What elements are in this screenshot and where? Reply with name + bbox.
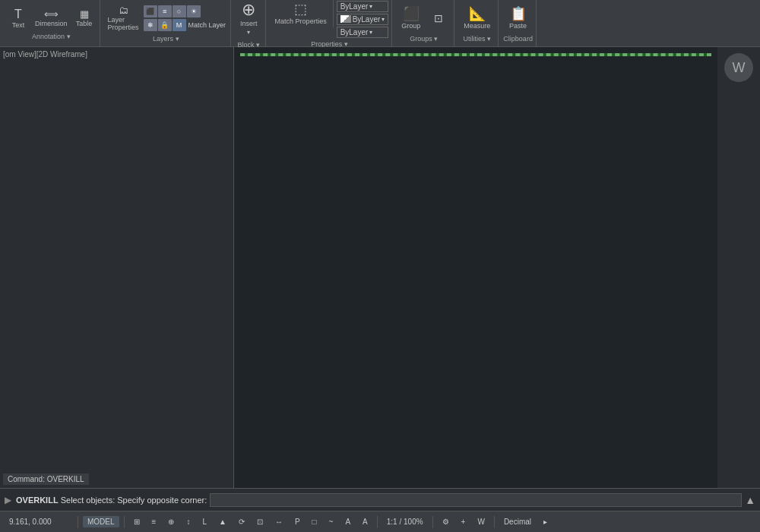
group-extra-icon: ⊡ <box>434 12 443 24</box>
layer-color-icon-1[interactable]: ⬛ <box>144 5 157 17</box>
model-button[interactable]: MODEL <box>83 516 119 527</box>
text-icon: T <box>14 8 22 21</box>
annotation-label: Annotation ▾ <box>32 33 71 40</box>
layer-color-icon-3[interactable]: ○ <box>173 5 186 17</box>
tp-button[interactable]: P <box>290 516 305 527</box>
groups-section: ⬛ Group ⊡ Groups ▾ <box>394 0 454 46</box>
coordinates-display: 9.161, 0.000 <box>5 516 73 527</box>
units-button[interactable]: Decimal <box>499 516 536 527</box>
layer-properties-button[interactable]: 🗂 LayerProperties <box>105 4 142 33</box>
cad-viewport[interactable]: Y Z X <box>240 53 711 56</box>
grid-button[interactable]: ⊞ <box>129 516 144 527</box>
layer-color-icon-2[interactable]: ≡ <box>158 5 172 17</box>
toolbar: T Text ⟺ Dimension ▦ Table Annotation ▾ … <box>0 0 760 47</box>
match-layer-button[interactable]: Match Layer <box>187 21 228 29</box>
annotation-section: T Text ⟺ Dimension ▦ Table Annotation ▾ <box>3 0 100 46</box>
match-properties-label: Match Properties <box>275 17 327 25</box>
table-button[interactable]: ▦ Table <box>72 8 97 29</box>
bylayer-dropdown-3[interactable]: ByLayer ▾ <box>337 27 389 38</box>
status-sep-2 <box>124 516 125 528</box>
status-sep-3 <box>377 516 378 528</box>
command-input[interactable] <box>210 493 742 507</box>
status-bar: 9.161, 0.000 MODEL ⊞ ≡ ⊕ ↕ L ▲ ⟳ ⊡ ↔ P □… <box>0 511 760 532</box>
dimension-icon: ⟺ <box>44 9 59 19</box>
bylayer-label-2: ByLayer <box>353 15 381 24</box>
match-properties-icon: ⬚ <box>294 2 307 16</box>
properties-section: ⬚ Match Properties ByLayer ▾ ByLayer ▾ B… <box>268 0 393 46</box>
command-text: OVERKILL Select objects: Specify opposit… <box>16 496 207 505</box>
layer-freeze-icon[interactable]: ❄ <box>144 19 157 31</box>
layers-section: 🗂 LayerProperties ⬛ ≡ ○ ☀ ❄ 🔒 M Match La… <box>102 0 232 46</box>
snap-button[interactable]: ≡ <box>147 516 161 527</box>
clipboard-label: Clipboard <box>503 35 533 43</box>
command-line: ▶ OVERKILL Select objects: Specify oppos… <box>0 488 760 511</box>
workspace-button[interactable]: W <box>473 516 489 527</box>
bylayer-label-3: ByLayer <box>340 28 369 36</box>
utilities-label: Utilities ▾ <box>464 35 492 43</box>
overkill-label: OVERKILL <box>16 496 59 505</box>
expand-icon[interactable]: ▶ <box>5 495 11 505</box>
bylayer-arrow-1: ▾ <box>369 3 372 10</box>
otrack-button[interactable]: ▲ <box>214 516 231 527</box>
color-swatch <box>340 15 351 23</box>
view-cube-button[interactable]: W <box>724 53 753 82</box>
groups-label: Groups ▾ <box>410 35 438 43</box>
scale-display[interactable]: 1:1 / 100% <box>382 516 428 527</box>
bylayer-dropdown-1[interactable]: ByLayer ▾ <box>337 1 389 12</box>
status-sep-4 <box>432 516 433 528</box>
paste-button[interactable]: 📋 Paste <box>505 4 531 33</box>
layers-label: Layers ▾ <box>153 35 179 43</box>
measure-icon: 📐 <box>469 7 486 21</box>
cmd-expand-btn[interactable]: ▲ <box>745 494 755 506</box>
insert-section: ⊕ Insert ▾ Block ▾ <box>233 0 266 46</box>
ortho-button[interactable]: ⊕ <box>163 516 179 527</box>
command-status: Command: OVERKILL <box>3 473 89 485</box>
insert-icon: ⊕ <box>242 2 255 18</box>
paste-icon: 📋 <box>510 7 527 21</box>
status-sep-1 <box>78 516 78 528</box>
viewport-container: Y Z X <box>234 47 717 488</box>
bylayer-arrow-3: ▾ <box>369 29 372 36</box>
prompt-text: Select objects: Specify opposite corner: <box>61 496 207 505</box>
layer-color-icon-4[interactable]: ☀ <box>187 5 201 17</box>
layer-lock-icon[interactable]: 🔒 <box>158 19 172 31</box>
sel-cycle-button[interactable]: □ <box>308 516 321 527</box>
clipboard-section: 📋 Paste Clipboard <box>500 0 537 46</box>
layer-properties-icon: 🗂 <box>119 5 128 15</box>
measure-button[interactable]: 📐 Measure <box>459 4 495 33</box>
right-panel: W <box>717 47 760 488</box>
text-button[interactable]: T Text <box>6 7 30 30</box>
insert-button[interactable]: ⊕ Insert ▾ <box>236 0 262 39</box>
measure-section: 📐 Measure Utilities ▾ <box>456 0 499 46</box>
match-properties-button[interactable]: ⬚ Match Properties <box>271 0 334 28</box>
command-status-text: Command: OVERKILL <box>8 475 84 483</box>
dimension-button[interactable]: ⟺ Dimension <box>32 8 71 29</box>
bylayer-label-1: ByLayer <box>340 2 369 11</box>
ann-b-button[interactable]: A <box>358 516 372 527</box>
properties-label: Properties ▾ <box>311 40 348 48</box>
status-more-button[interactable]: ▸ <box>539 516 552 527</box>
lw-button[interactable]: ↔ <box>271 516 287 527</box>
isnap-button[interactable]: L <box>198 516 211 527</box>
left-panel: [om View][2D Wireframe] Command: OVERKIL… <box>0 47 234 488</box>
match-layer-icon[interactable]: M <box>173 19 186 31</box>
group-button[interactable]: ⬛ Group <box>397 4 425 33</box>
table-icon: ▦ <box>80 9 89 19</box>
dyn-button[interactable]: ⊡ <box>252 516 268 527</box>
group-icon: ⬛ <box>403 7 420 21</box>
main-area: [om View][2D Wireframe] Command: OVERKIL… <box>0 47 760 488</box>
status-sep-5 <box>494 516 495 528</box>
3dosnap-button[interactable]: ~ <box>325 516 338 527</box>
dynucs-button[interactable]: ⟳ <box>234 516 249 527</box>
polar-button[interactable]: ↕ <box>182 516 195 527</box>
view-label: [om View][2D Wireframe] <box>3 50 87 59</box>
add-scale-button[interactable]: + <box>457 516 470 527</box>
settings-button[interactable]: ⚙ <box>438 516 454 527</box>
bylayer-dropdown-2[interactable]: ByLayer ▾ <box>337 14 389 25</box>
ann-a-button[interactable]: A <box>340 516 355 527</box>
bylayer-arrow-2: ▾ <box>382 16 385 23</box>
group-extra-button[interactable]: ⊡ <box>426 11 451 26</box>
